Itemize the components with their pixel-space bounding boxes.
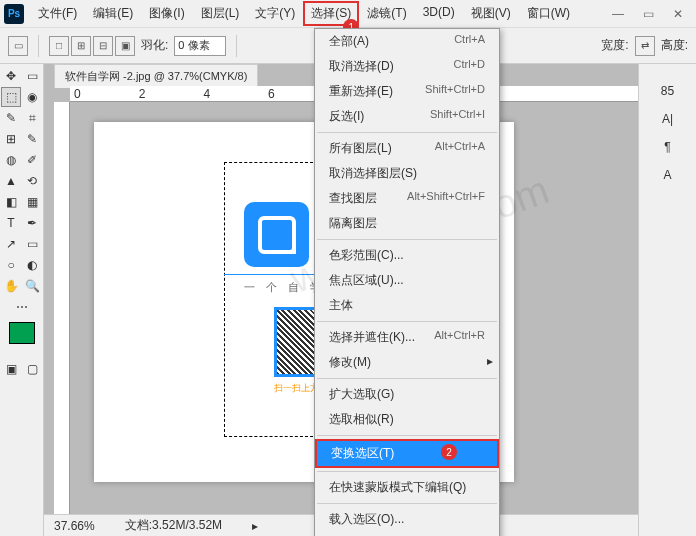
menu-item-全部A[interactable]: 全部(A)Ctrl+A — [315, 29, 499, 54]
edit-toolbar[interactable]: ⋯ — [12, 297, 32, 317]
zoom-level[interactable]: 37.66% — [54, 519, 95, 533]
eraser-tool[interactable]: ◧ — [1, 192, 21, 212]
brush-tool[interactable]: ✐ — [22, 150, 42, 170]
panel-icon[interactable]: 85 — [661, 84, 674, 98]
menu-item-所有图层L[interactable]: 所有图层(L)Alt+Ctrl+A — [315, 136, 499, 161]
menu-shortcut: Alt+Shift+Ctrl+F — [407, 190, 485, 207]
marquee-tool[interactable]: ⬚ — [1, 87, 21, 107]
blur-tool[interactable]: ○ — [1, 255, 21, 275]
paragraph-panel-icon[interactable]: ¶ — [664, 140, 670, 154]
foreground-color[interactable] — [9, 322, 35, 344]
menu-item-焦点区域U[interactable]: 焦点区域(U)... — [315, 268, 499, 293]
hand-tool[interactable]: ✋ — [1, 276, 21, 296]
move-tool[interactable]: ✥ — [1, 66, 21, 86]
zoom-tool[interactable]: 🔍 — [22, 276, 42, 296]
screenmode-tool[interactable]: ▢ — [22, 359, 42, 379]
app-icon: Ps — [4, 4, 24, 24]
menu-item-在快速蒙版模式下编辑Q[interactable]: 在快速蒙版模式下编辑(Q) — [315, 475, 499, 500]
menu-item-label: 载入选区(O)... — [329, 511, 404, 528]
menu-item-label: 取消选择(D) — [329, 58, 394, 75]
menu-separator — [317, 503, 497, 504]
menu-item-查找图层[interactable]: 查找图层Alt+Shift+Ctrl+F — [315, 186, 499, 211]
type-tool[interactable]: T — [1, 213, 21, 233]
menu-bar: Ps 文件(F)编辑(E)图像(I)图层(L)文字(Y)选择(S)1滤镜(T)3… — [0, 0, 696, 28]
character-panel-icon[interactable]: A| — [662, 112, 673, 126]
gradient-tool[interactable]: ▦ — [22, 192, 42, 212]
subtract-selection-icon[interactable]: ⊟ — [93, 36, 113, 56]
feather-label: 羽化: — [141, 37, 168, 54]
menu-item-label: 隔离图层 — [329, 215, 377, 232]
menu-separator — [317, 321, 497, 322]
menu-图层[interactable]: 图层(L) — [193, 1, 248, 26]
menu-item-色彩范围C[interactable]: 色彩范围(C)... — [315, 243, 499, 268]
lasso-tool[interactable]: ◉ — [22, 87, 42, 107]
callout-badge: 2 — [441, 444, 457, 460]
menu-滤镜[interactable]: 滤镜(T) — [359, 1, 414, 26]
selection-mode-group: □ ⊞ ⊟ ▣ — [49, 36, 135, 56]
link-icon[interactable]: ⇄ — [635, 36, 655, 56]
menu-item-存储选区V[interactable]: 存储选区(V)... — [315, 532, 499, 536]
menu-item-label: 色彩范围(C)... — [329, 247, 404, 264]
menu-shortcut: Ctrl+A — [454, 33, 485, 50]
logo-graphic — [244, 202, 309, 267]
glyphs-panel-icon[interactable]: A — [663, 168, 671, 182]
menu-item-主体[interactable]: 主体 — [315, 293, 499, 318]
menu-3D[interactable]: 3D(D) — [415, 1, 463, 26]
menu-item-label: 取消选择图层(S) — [329, 165, 417, 182]
crop-tool[interactable]: ⌗ — [22, 108, 42, 128]
menu-item-扩大选取G[interactable]: 扩大选取(G) — [315, 382, 499, 407]
heal-tool[interactable]: ◍ — [1, 150, 21, 170]
menu-separator — [317, 471, 497, 472]
document-tab[interactable]: 软件自学网 -2.jpg @ 37.7%(CMYK/8) — [54, 64, 258, 88]
path-tool[interactable]: ↗ — [1, 234, 21, 254]
frame-tool[interactable]: ⊞ — [1, 129, 21, 149]
panel-dock: 85 A| ¶ A — [638, 64, 696, 536]
menu-item-label: 反选(I) — [329, 108, 364, 125]
menu-图像[interactable]: 图像(I) — [141, 1, 192, 26]
tool-preset-icon[interactable]: ▭ — [8, 36, 28, 56]
pen-tool[interactable]: ✒ — [22, 213, 42, 233]
new-selection-icon[interactable]: □ — [49, 36, 69, 56]
menu-item-label: 所有图层(L) — [329, 140, 392, 157]
quickmask-tool[interactable]: ▣ — [1, 359, 21, 379]
menu-item-选取相似R[interactable]: 选取相似(R) — [315, 407, 499, 432]
menu-item-取消选择D[interactable]: 取消选择(D)Ctrl+D — [315, 54, 499, 79]
maximize-button[interactable]: ▭ — [634, 5, 662, 23]
height-label: 高度: — [661, 37, 688, 54]
menu-视图[interactable]: 视图(V) — [463, 1, 519, 26]
eyedropper-tool[interactable]: ✎ — [22, 129, 42, 149]
menu-item-重新选择E[interactable]: 重新选择(E)Shift+Ctrl+D — [315, 79, 499, 104]
menu-文件[interactable]: 文件(F) — [30, 1, 85, 26]
feather-input[interactable] — [174, 36, 226, 56]
menu-separator — [317, 378, 497, 379]
menu-item-label: 焦点区域(U)... — [329, 272, 404, 289]
menu-item-变换选区T[interactable]: 变换选区(T)2 — [315, 439, 499, 468]
menu-item-反选I[interactable]: 反选(I)Shift+Ctrl+I — [315, 104, 499, 129]
menu-选择[interactable]: 选择(S)1 — [303, 1, 359, 26]
intersect-selection-icon[interactable]: ▣ — [115, 36, 135, 56]
shape-tool[interactable]: ▭ — [22, 234, 42, 254]
menu-item-隔离图层[interactable]: 隔离图层 — [315, 211, 499, 236]
menu-item-选择并遮住K[interactable]: 选择并遮住(K)...Alt+Ctrl+R — [315, 325, 499, 350]
menu-编辑[interactable]: 编辑(E) — [85, 1, 141, 26]
submenu-arrow-icon: ▸ — [487, 354, 493, 368]
menu-item-label: 查找图层 — [329, 190, 377, 207]
artboard-tool[interactable]: ▭ — [22, 66, 42, 86]
dodge-tool[interactable]: ◐ — [22, 255, 42, 275]
status-arrow-icon[interactable]: ▸ — [252, 519, 258, 533]
menu-item-label: 选取相似(R) — [329, 411, 394, 428]
tagline-text: 一 个 自 学 — [244, 280, 325, 295]
menu-shortcut: Alt+Ctrl+R — [434, 329, 485, 346]
menu-item-取消选择图层S[interactable]: 取消选择图层(S) — [315, 161, 499, 186]
menu-item-修改M[interactable]: 修改(M)▸ — [315, 350, 499, 375]
menu-窗口[interactable]: 窗口(W) — [519, 1, 578, 26]
minimize-button[interactable]: — — [604, 5, 632, 23]
menu-item-载入选区O[interactable]: 载入选区(O)... — [315, 507, 499, 532]
stamp-tool[interactable]: ▲ — [1, 171, 21, 191]
menu-文字[interactable]: 文字(Y) — [247, 1, 303, 26]
history-brush-tool[interactable]: ⟲ — [22, 171, 42, 191]
add-selection-icon[interactable]: ⊞ — [71, 36, 91, 56]
close-button[interactable]: ✕ — [664, 5, 692, 23]
quick-select-tool[interactable]: ✎ — [1, 108, 21, 128]
menu-separator — [317, 132, 497, 133]
